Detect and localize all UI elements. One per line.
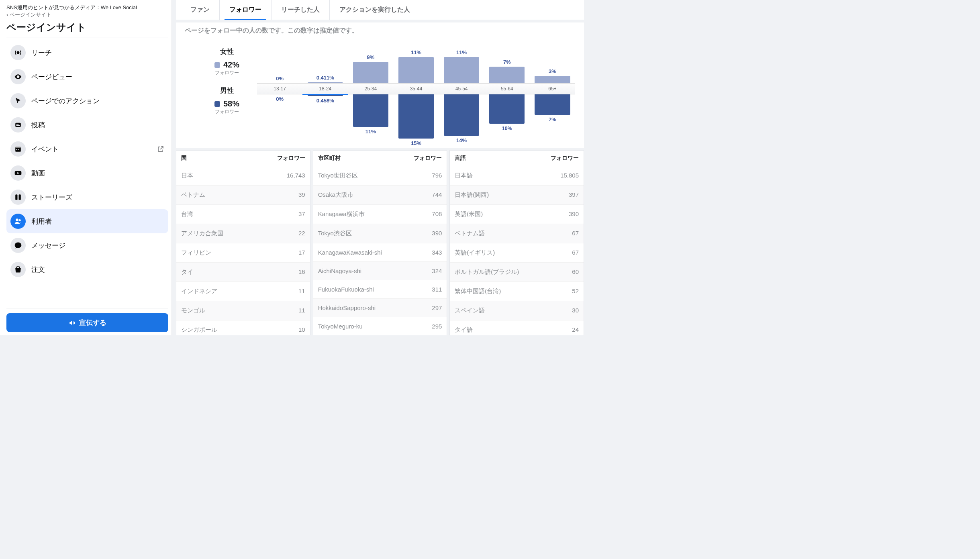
sidebar-item-2[interactable]: ページでのアクション	[6, 89, 168, 113]
table-row[interactable]: 英語(米国)390	[450, 204, 584, 224]
table-row[interactable]: TokyoMeguro-ku295	[313, 317, 447, 335]
table-row[interactable]: アメリカ合衆国22	[176, 224, 310, 243]
table-row[interactable]: Tokyo渋谷区390	[313, 224, 447, 243]
legend-male-sub: フォロワー	[201, 108, 253, 115]
age-col-13-17[interactable]: 0%13-170%	[257, 41, 302, 148]
promote-label: 宣伝する	[79, 318, 106, 327]
sidebar-item-6[interactable]: ストーリーズ	[6, 185, 168, 209]
th-lang[interactable]: 言語	[455, 155, 551, 162]
table-row[interactable]: HokkaidoSapporo-shi297	[313, 298, 447, 317]
cell-name: 英語(イギリス)	[455, 249, 572, 257]
age-col-45-54[interactable]: 11%45-5414%	[439, 41, 484, 148]
th-city[interactable]: 市区町村	[318, 155, 414, 162]
cell-value: 24	[572, 326, 579, 334]
main-content: ファンフォロワーリーチした人アクションを実行した人 ページをフォロー中の人の数で…	[172, 0, 588, 335]
table-row[interactable]: シンガポール10	[176, 320, 310, 335]
cell-name: Kanagawa横浜市	[318, 210, 432, 218]
tabs: ファンフォロワーリーチした人アクションを実行した人	[176, 0, 584, 20]
cell-name: スペイン語	[455, 307, 572, 314]
age-col-55-64[interactable]: 7%55-6410%	[484, 41, 530, 148]
breadcrumb[interactable]: SNS運用のヒントが見つかるメディア：We Love Social › ページイ…	[6, 4, 168, 18]
table-row[interactable]: ベトナム39	[176, 185, 310, 204]
bar-male	[489, 94, 525, 124]
sidebar-item-4[interactable]: イベント	[6, 137, 168, 161]
demographics-panel: ページをフォロー中の人の数です。この数字は推定値です。 女性 42% フォロワー…	[176, 22, 584, 148]
table-row[interactable]: Osaka大阪市744	[313, 185, 447, 204]
age-col-18-24[interactable]: 0.411%18-240.458%	[302, 41, 348, 148]
cell-value: 22	[298, 230, 305, 237]
table-row[interactable]: AichiNagoya-shi324	[313, 261, 447, 280]
eye-icon	[10, 69, 26, 84]
sidebar-item-8[interactable]: メッセージ	[6, 233, 168, 257]
bar-male	[353, 94, 388, 127]
sidebar-item-3[interactable]: 投稿	[6, 113, 168, 137]
male-val: 11%	[365, 129, 376, 135]
table-row[interactable]: KanagawaKawasaki-shi343	[313, 243, 447, 261]
cell-name: KanagawaKawasaki-shi	[318, 249, 432, 256]
table-row[interactable]: 日本16,743	[176, 166, 310, 185]
table-row[interactable]: Kanagawa横浜市708	[313, 204, 447, 224]
table-row[interactable]: 繁体中国語(台湾)52	[450, 282, 584, 301]
sidebar-item-7[interactable]: 利用者	[6, 209, 168, 233]
table-row[interactable]: 日本語(関西)397	[450, 185, 584, 204]
svg-point-13	[19, 219, 21, 221]
age-label: 18-24	[302, 83, 348, 95]
table-lang: 言語 フォロワー 日本語15,805日本語(関西)397英語(米国)390ベトナ…	[449, 150, 584, 335]
th-country[interactable]: 国	[181, 155, 277, 162]
tab-3[interactable]: アクションを実行した人	[330, 0, 420, 20]
message-icon	[10, 238, 26, 253]
sidebar-nav: リーチページビューページでのアクション投稿イベント動画ストーリーズ利用者メッセー…	[6, 41, 168, 282]
age-label: 55-64	[484, 83, 530, 94]
table-row[interactable]: スペイン語30	[450, 301, 584, 320]
table-row[interactable]: Tokyo世田谷区796	[313, 166, 447, 185]
sidebar-item-label: 動画	[31, 169, 164, 178]
cursor-icon	[10, 93, 26, 108]
table-row[interactable]: ベトナム語67	[450, 224, 584, 243]
table-row[interactable]: フィリピン17	[176, 243, 310, 262]
cell-name: ベトナム	[181, 191, 298, 199]
table-row[interactable]: 日本語15,805	[450, 166, 584, 185]
male-val: 7%	[549, 116, 556, 122]
sidebar-item-label: リーチ	[31, 48, 164, 57]
table-row[interactable]: タイ16	[176, 262, 310, 282]
female-val: 11%	[411, 49, 421, 55]
th-followers[interactable]: フォロワー	[277, 155, 305, 162]
sidebar-item-9[interactable]: 注文	[6, 257, 168, 282]
age-col-35-44[interactable]: 11%35-4415%	[393, 41, 439, 148]
table-row[interactable]: タイ語24	[450, 320, 584, 335]
tab-0[interactable]: ファン	[181, 0, 220, 20]
tab-2[interactable]: リーチした人	[272, 0, 330, 20]
age-label: 25-34	[348, 83, 393, 94]
bar-male	[535, 94, 570, 115]
breadcrumb-line2[interactable]: › ページインサイト	[6, 11, 168, 18]
age-col-65+[interactable]: 3%65+7%	[530, 41, 575, 148]
legend-female-sub: フォロワー	[201, 69, 253, 76]
cell-name: モンゴル	[181, 307, 298, 314]
table-row[interactable]: FukuokaFukuoka-shi311	[313, 280, 447, 298]
cell-value: 67	[572, 230, 579, 237]
sidebar-item-5[interactable]: 動画	[6, 161, 168, 185]
bar-male	[308, 95, 343, 96]
table-row[interactable]: モンゴル11	[176, 301, 310, 320]
svg-rect-2	[15, 123, 21, 127]
sidebar-item-1[interactable]: ページビュー	[6, 65, 168, 89]
svg-point-12	[16, 219, 18, 222]
tab-1[interactable]: フォロワー	[220, 0, 272, 20]
sidebar-item-0[interactable]: リーチ	[6, 41, 168, 65]
breadcrumb-line1[interactable]: SNS運用のヒントが見つかるメディア：We Love Social	[6, 4, 168, 11]
female-val: 9%	[367, 54, 374, 60]
promote-button[interactable]: 宣伝する	[6, 313, 168, 332]
table-row[interactable]: インドネシア11	[176, 282, 310, 301]
table-row[interactable]: ポルトガル語(ブラジル)60	[450, 262, 584, 282]
female-val: 7%	[503, 59, 511, 65]
table-country: 国 フォロワー 日本16,743ベトナム39台湾37アメリカ合衆国22フィリピン…	[176, 150, 310, 335]
chart-legend: 女性 42% フォロワー 男性 58% フォロワー	[185, 39, 253, 148]
page-title: ページインサイト	[6, 21, 168, 37]
chart-area: 女性 42% フォロワー 男性 58% フォロワー	[185, 39, 575, 148]
cell-name: AichiNagoya-shi	[318, 267, 432, 274]
th-followers[interactable]: フォロワー	[551, 155, 579, 162]
table-row[interactable]: 英語(イギリス)67	[450, 243, 584, 262]
table-row[interactable]: 台湾37	[176, 204, 310, 224]
th-followers[interactable]: フォロワー	[414, 155, 442, 162]
age-col-25-34[interactable]: 9%25-3411%	[348, 41, 393, 148]
